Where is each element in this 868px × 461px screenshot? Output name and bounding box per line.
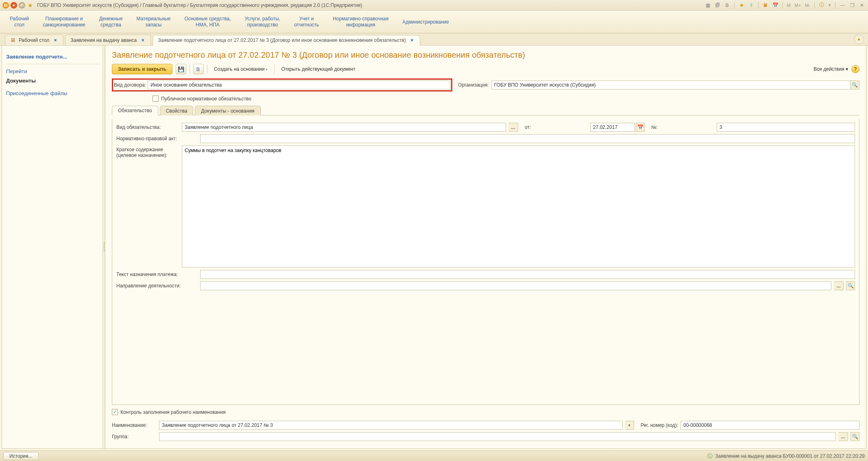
contract-type-highlight: Вид договора: Иное основание обязательст… [112, 78, 452, 91]
calendar-icon[interactable]: 📅 [772, 2, 779, 9]
number-field[interactable]: 3 [717, 123, 855, 132]
tab-close-icon[interactable]: × [140, 37, 146, 43]
app-logo-1c[interactable]: 1c [2, 2, 9, 9]
tab-document-label: Заявление подотчетного лица от 27.02.201… [158, 37, 406, 43]
name-field[interactable]: Заявление подотчетного лица от 27.02.201… [159, 421, 623, 430]
info-status-icon: ⓘ [707, 452, 713, 460]
info-icon[interactable]: ⓘ [818, 2, 825, 9]
group-field[interactable] [159, 432, 836, 441]
desktop-icon: 🖥 [10, 37, 15, 43]
date-field[interactable]: 27.02.2017 [590, 123, 635, 132]
tab-close-icon[interactable]: × [409, 37, 415, 43]
calc-icon[interactable]: 🖩 [762, 2, 769, 9]
minimize-icon[interactable]: — [839, 2, 846, 9]
summary-textarea[interactable] [182, 146, 855, 267]
org-label: Организация: [458, 82, 489, 88]
name-row: Наименование: Заявление подотчетного лиц… [112, 421, 859, 430]
regnum-field[interactable]: 00-00000068 [680, 421, 859, 430]
npa-row: Нормативно-правовой акт: [116, 134, 855, 143]
sidebar-goto[interactable]: Перейти [6, 67, 98, 76]
main-navigation: Рабочий стол Планирование и санкциониров… [0, 11, 868, 33]
activity-lookup-icon[interactable]: 🔍 [846, 281, 855, 290]
nav-planning[interactable]: Планирование и санкционирование [43, 16, 85, 28]
nav-desktop[interactable]: Рабочий стол [10, 16, 29, 28]
org-field[interactable]: ГОБУ ВПО Университет искусств (Субсидия) [491, 80, 851, 89]
group-select-icon[interactable]: ... [838, 432, 848, 441]
body: Заявление подотчетн... Перейти Документы… [2, 46, 866, 449]
name-dropdown-icon[interactable]: ▾ [625, 421, 634, 430]
nav-cash[interactable]: Денежные средства [99, 16, 123, 28]
org-field-wrap: ГОБУ ВПО Университет искусств (Субсидия)… [491, 80, 859, 89]
favorite-icon[interactable]: ★ [28, 2, 33, 9]
maximize-icon[interactable]: ❐ [848, 2, 856, 9]
npa-field[interactable] [200, 134, 855, 143]
dtab-properties[interactable]: Свойства [160, 106, 194, 115]
obligation-type-label: Вид обязательства: [116, 124, 179, 130]
tab-document[interactable]: Заявление подотчетного лица от 27.02.201… [153, 35, 420, 46]
regnum-label: Рег. номер (код): [641, 422, 678, 428]
print-icon[interactable]: 🗎 [193, 64, 204, 74]
obligation-type-select-icon[interactable]: ... [508, 123, 518, 132]
star-tool-icon[interactable]: ★ [738, 2, 745, 9]
sidebar-documents[interactable]: Документы [6, 76, 98, 85]
date-group: 27.02.2017 📅 [590, 123, 645, 132]
group-lookup-icon[interactable]: 🔍 [851, 432, 859, 441]
close-window-icon[interactable]: ✕ [858, 2, 866, 9]
dtab-basis-docs[interactable]: Документы - основания [195, 106, 260, 115]
sidebar-active-doc[interactable]: Заявление подотчетн... [6, 52, 98, 61]
save-icon[interactable]: 💾 [176, 64, 186, 74]
nav-accounting[interactable]: Учет и отчетность [294, 16, 319, 28]
nav-admin[interactable]: Администрирование [402, 19, 449, 25]
document-title: Заявление подотчетного лица от 27.02.201… [112, 50, 859, 60]
name-label: Наименование: [112, 422, 157, 428]
obligation-type-field[interactable]: Заявление подотчетного лица [182, 123, 506, 132]
org-lookup-icon[interactable]: 🔍 [851, 80, 859, 89]
close-left-icon[interactable]: ● [11, 2, 17, 9]
npa-label: Нормативно-правовой акт: [116, 136, 198, 141]
memory-m-plus[interactable]: M+ [794, 3, 802, 8]
arrow-tool-icon[interactable]: ⇧ [748, 2, 755, 9]
all-actions-button[interactable]: Все действия ▾ [813, 66, 848, 72]
tool-icon-3[interactable]: 🗎 [724, 2, 731, 9]
tabs-expand-icon[interactable]: ▾ [854, 35, 864, 44]
calendar-picker-icon[interactable]: 📅 [636, 123, 645, 132]
help-icon[interactable]: ? [851, 65, 859, 73]
tab-requests[interactable]: Заявления на выдачу аванса × [65, 35, 151, 45]
dtab-obligation[interactable]: Обязательство [112, 106, 158, 115]
save-close-button[interactable]: Записать и закрыть [112, 64, 172, 74]
nav-reference[interactable]: Нормативно-справочная информация [333, 16, 388, 28]
date-prefix: от: [525, 124, 588, 130]
nav-materials[interactable]: Материальные запасы [137, 16, 171, 28]
info-caret[interactable]: ▾ [828, 2, 832, 8]
sidebar: Заявление подотчетн... Перейти Документы… [2, 46, 103, 448]
control-name-row: ✓ Контроль заполнения рабочего наименова… [112, 409, 859, 415]
control-name-checkbox[interactable]: ✓ [112, 409, 118, 415]
contract-type-field[interactable]: Иное основание обязательства [148, 80, 450, 89]
sidebar-attached-files[interactable]: Присоединенные файлы [6, 89, 98, 98]
nav-fixed-assets[interactable]: Основные средства, НМА, НПА [184, 16, 231, 28]
obligation-type-row: Вид обязательства: Заявление подотчетног… [116, 123, 855, 132]
history-button[interactable]: История... [3, 452, 39, 460]
detail-tabs: Обязательство Свойства Документы - основ… [112, 106, 859, 115]
memory-m[interactable]: M [786, 3, 791, 8]
open-active-doc-button[interactable]: Открыть действующий документ [278, 65, 358, 74]
create-based-button[interactable]: Создать на основании▾ [211, 65, 271, 74]
contract-org-row: Вид договора: Иное основание обязательст… [112, 78, 859, 91]
status-info-text: Заявление на выдачу аванса БУ00-000001 о… [715, 453, 865, 459]
memory-m-minus[interactable]: M- [804, 3, 811, 8]
nav-services[interactable]: Услуги, работы, производство [244, 16, 280, 28]
tool-icon-2[interactable]: 🗐 [714, 2, 721, 9]
activity-select-icon[interactable]: ... [834, 281, 844, 290]
tab-desktop-label: Рабочий стол [19, 37, 49, 43]
undo-icon[interactable]: ↶ [19, 2, 25, 9]
public-norm-checkbox[interactable] [153, 96, 159, 102]
public-norm-label: Публичное нормативное обязательство [161, 96, 251, 102]
tab-close-icon[interactable]: × [52, 37, 58, 43]
window-controls-left: 1c ● ↶ [2, 2, 25, 9]
tool-icon-1[interactable]: ▦ [704, 2, 711, 9]
tab-desktop[interactable]: 🖥 Рабочий стол × [5, 35, 63, 45]
detail-body: Вид обязательства: Заявление подотчетног… [112, 119, 859, 405]
pay-text-field[interactable] [200, 270, 855, 279]
group-row: Группа: ... 🔍 [112, 432, 859, 441]
activity-field[interactable] [200, 281, 831, 290]
